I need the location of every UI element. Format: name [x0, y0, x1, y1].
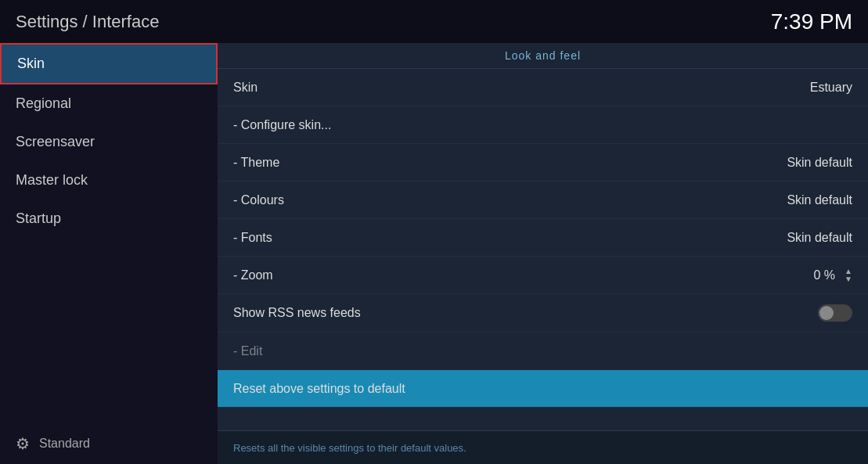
setting-row-zoom[interactable]: - Zoom 0 % ▲ ▼ [218, 257, 868, 294]
app-header: Settings / Interface 7:39 PM [0, 0, 868, 43]
clock: 7:39 PM [771, 9, 852, 34]
sidebar-level-label: Standard [39, 437, 90, 451]
footer-description: Resets all the visible settings to their… [233, 442, 466, 454]
sidebar-item-screensaver[interactable]: Screensaver [0, 123, 218, 161]
setting-row-fonts[interactable]: - Fonts Skin default [218, 219, 868, 257]
setting-value-rss [818, 304, 852, 322]
zoom-up-icon[interactable]: ▲ [845, 268, 852, 275]
content-footer: Resets all the visible settings to their… [218, 430, 868, 464]
setting-label-configure-skin: - Configure skin... [233, 118, 331, 132]
gear-icon: ⚙ [16, 434, 30, 453]
setting-value-theme: Skin default [787, 156, 852, 170]
zoom-arrows[interactable]: ▲ ▼ [845, 268, 852, 283]
setting-label-reset: Reset above settings to default [233, 382, 405, 396]
setting-label-fonts: - Fonts [233, 231, 272, 245]
setting-row-edit[interactable]: - Edit [218, 333, 868, 370]
setting-label-zoom: - Zoom [233, 268, 273, 282]
setting-row-rss[interactable]: Show RSS news feeds [218, 294, 868, 333]
setting-row-theme[interactable]: - Theme Skin default [218, 144, 868, 182]
main-layout: Skin Regional Screensaver Master lock St… [0, 43, 868, 464]
sidebar: Skin Regional Screensaver Master lock St… [0, 43, 218, 464]
setting-label-rss: Show RSS news feeds [233, 306, 361, 320]
section-header: Look and feel [218, 43, 868, 69]
setting-row-reset[interactable]: Reset above settings to default [218, 370, 868, 408]
sidebar-item-regional[interactable]: Regional [0, 85, 218, 123]
content-panel: Look and feel Skin Estuary - Configure s… [218, 43, 868, 464]
sidebar-footer: ⚙ Standard [0, 423, 218, 464]
setting-value-colours: Skin default [787, 193, 852, 207]
settings-list: Skin Estuary - Configure skin... - Theme… [218, 69, 868, 430]
sidebar-item-startup[interactable]: Startup [0, 200, 218, 238]
setting-label-skin: Skin [233, 81, 258, 95]
setting-row-skin[interactable]: Skin Estuary [218, 69, 868, 106]
setting-label-colours: - Colours [233, 193, 284, 207]
page-title: Settings / Interface [16, 12, 159, 32]
sidebar-item-masterlock[interactable]: Master lock [0, 161, 218, 200]
setting-row-configure-skin[interactable]: - Configure skin... [218, 106, 868, 144]
setting-value-fonts: Skin default [787, 231, 852, 245]
setting-label-theme: - Theme [233, 156, 279, 170]
zoom-down-icon[interactable]: ▼ [845, 275, 852, 283]
rss-toggle[interactable] [818, 304, 852, 322]
setting-value-skin: Estuary [810, 81, 852, 95]
setting-label-edit: - Edit [233, 344, 262, 358]
sidebar-item-skin[interactable]: Skin [0, 43, 218, 85]
setting-value-zoom: 0 % ▲ ▼ [814, 268, 852, 283]
setting-row-colours[interactable]: - Colours Skin default [218, 182, 868, 219]
